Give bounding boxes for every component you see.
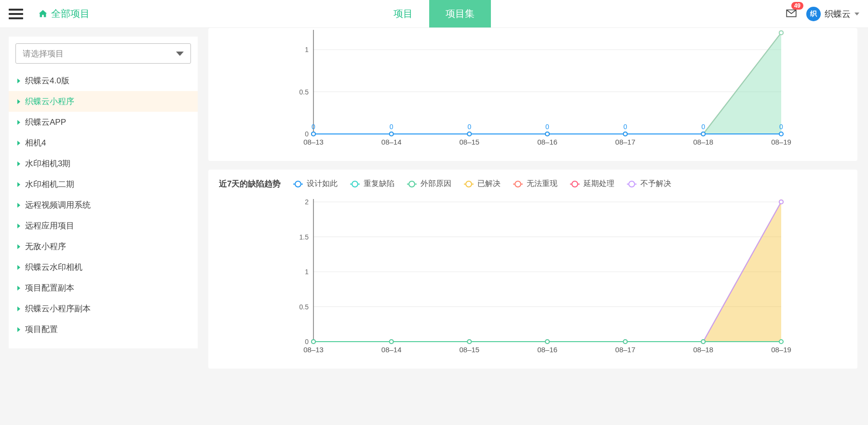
sidebar-item-8[interactable]: 无敌小程序 xyxy=(9,236,198,257)
svg-text:08–15: 08–15 xyxy=(459,138,479,146)
svg-point-27 xyxy=(545,132,549,136)
svg-text:08–18: 08–18 xyxy=(693,138,713,146)
home-link[interactable]: 全部项目 xyxy=(38,7,90,20)
svg-point-20 xyxy=(779,31,783,35)
chart-legend: 设计如此重复缺陷外部原因已解决无法重现延期处理不予解决 xyxy=(293,179,671,189)
tab-collection[interactable]: 项目集 xyxy=(429,0,491,27)
svg-point-66 xyxy=(779,200,783,204)
sidebar-item-3[interactable]: 相机4 xyxy=(9,133,198,153)
sidebar-item-1[interactable]: 织蝶云小程序 xyxy=(9,91,198,112)
chart-top: 00.51000000008–1308–1408–1508–1608–1708–… xyxy=(219,28,847,148)
svg-point-33 xyxy=(779,132,783,136)
sidebar-item-2[interactable]: 织蝶云APP xyxy=(9,112,198,133)
svg-text:0: 0 xyxy=(312,123,315,131)
svg-text:0.5: 0.5 xyxy=(299,88,309,96)
svg-text:1.5: 1.5 xyxy=(299,233,309,241)
legend-item[interactable]: 不予解决 xyxy=(627,179,671,189)
legend-label: 不予解决 xyxy=(640,179,671,189)
sidebar-item-label: 水印相机3期 xyxy=(25,158,70,169)
sidebar-item-10[interactable]: 项目配置副本 xyxy=(9,278,198,298)
legend-marker-icon xyxy=(464,181,474,187)
legend-marker-icon xyxy=(293,181,303,187)
sidebar-item-6[interactable]: 远程视频调用系统 xyxy=(9,195,198,215)
svg-text:0: 0 xyxy=(701,123,705,131)
sidebar-item-label: 水印相机二期 xyxy=(25,179,74,190)
svg-text:08–19: 08–19 xyxy=(771,345,791,354)
home-icon xyxy=(38,9,48,19)
svg-text:1: 1 xyxy=(305,46,309,53)
legend-label: 外部原因 xyxy=(420,179,451,189)
caret-right-icon xyxy=(17,327,20,332)
avatar: 织 xyxy=(806,7,821,21)
legend-item[interactable]: 外部原因 xyxy=(407,179,451,189)
layout: 请选择项目 织蝶云4.0版织蝶云小程序织蝶云APP相机4水印相机3期水印相机二期… xyxy=(0,28,868,379)
svg-point-73 xyxy=(779,340,783,344)
svg-text:0: 0 xyxy=(305,338,309,345)
sidebar-item-label: 远程视频调用系统 xyxy=(25,199,91,211)
notifications-button[interactable]: 49 xyxy=(785,7,798,21)
sidebar-item-7[interactable]: 远程应用项目 xyxy=(9,215,198,236)
caret-right-icon xyxy=(17,79,20,83)
sidebar-item-4[interactable]: 水印相机3期 xyxy=(9,153,198,174)
svg-text:08–17: 08–17 xyxy=(615,138,636,146)
svg-point-68 xyxy=(390,340,393,344)
legend-marker-icon xyxy=(513,181,523,187)
caret-right-icon xyxy=(17,286,20,291)
sidebar-item-label: 远程应用项目 xyxy=(25,220,74,231)
svg-text:0: 0 xyxy=(305,130,309,138)
sidebar-item-label: 相机4 xyxy=(25,137,46,148)
project-select-placeholder: 请选择项目 xyxy=(23,48,64,59)
caret-right-icon xyxy=(17,182,20,187)
svg-point-29 xyxy=(624,132,627,136)
sidebar-item-12[interactable]: 项目配置 xyxy=(9,319,198,340)
legend-label: 重复缺陷 xyxy=(364,179,394,189)
svg-text:08–18: 08–18 xyxy=(693,345,713,354)
home-label: 全部项目 xyxy=(51,7,90,20)
svg-point-71 xyxy=(624,340,627,344)
notification-badge: 49 xyxy=(791,2,803,10)
username: 织蝶云 xyxy=(825,8,851,20)
svg-text:2: 2 xyxy=(305,198,309,206)
svg-text:08–15: 08–15 xyxy=(459,345,479,354)
svg-text:0: 0 xyxy=(467,123,471,131)
sidebar-item-9[interactable]: 织蝶云水印相机 xyxy=(9,257,198,278)
user-menu[interactable]: 织 织蝶云 xyxy=(806,7,859,21)
chart-title: 近7天的缺陷趋势 xyxy=(219,178,281,189)
svg-text:08–14: 08–14 xyxy=(381,138,402,146)
svg-text:08–16: 08–16 xyxy=(537,138,557,146)
sidebar-item-11[interactable]: 织蝶云小程序副本 xyxy=(9,298,198,319)
sidebar-item-label: 织蝶云小程序 xyxy=(25,96,74,107)
svg-text:08–13: 08–13 xyxy=(303,138,324,146)
legend-item[interactable]: 已解决 xyxy=(464,179,501,189)
svg-text:0: 0 xyxy=(545,123,549,131)
caret-right-icon xyxy=(17,120,20,125)
tab-project[interactable]: 项目 xyxy=(377,0,429,27)
legend-label: 延期处理 xyxy=(583,179,614,189)
chevron-down-icon xyxy=(854,13,859,15)
topbar-right: 49 织 织蝶云 xyxy=(785,7,868,21)
main: 00.51000000008–1308–1408–1508–1608–1708–… xyxy=(198,28,868,379)
legend-item[interactable]: 重复缺陷 xyxy=(350,179,394,189)
svg-text:08–14: 08–14 xyxy=(381,345,402,354)
sidebar-item-label: 织蝶云4.0版 xyxy=(25,75,69,86)
svg-point-70 xyxy=(545,340,549,344)
svg-text:0: 0 xyxy=(390,123,393,131)
tabs: 项目 项目集 xyxy=(377,0,491,27)
legend-item[interactable]: 无法重现 xyxy=(513,179,557,189)
legend-label: 设计如此 xyxy=(307,179,338,189)
project-select[interactable]: 请选择项目 xyxy=(15,43,191,64)
legend-item[interactable]: 设计如此 xyxy=(293,179,338,189)
sidebar-item-5[interactable]: 水印相机二期 xyxy=(9,174,198,195)
chart-defects: 00.511.5208–1308–1408–1508–1608–1708–180… xyxy=(219,197,847,356)
caret-right-icon xyxy=(17,99,20,104)
svg-point-67 xyxy=(312,340,315,344)
chevron-down-icon xyxy=(176,52,184,56)
caret-right-icon xyxy=(17,203,20,208)
svg-text:0.5: 0.5 xyxy=(299,303,309,311)
legend-item[interactable]: 延期处理 xyxy=(570,179,614,189)
sidebar-item-0[interactable]: 织蝶云4.0版 xyxy=(9,70,198,91)
menu-icon[interactable] xyxy=(9,7,23,21)
svg-point-21 xyxy=(312,132,315,136)
project-list: 织蝶云4.0版织蝶云小程序织蝶云APP相机4水印相机3期水印相机二期远程视频调用… xyxy=(9,70,198,340)
sidebar-item-label: 项目配置 xyxy=(25,324,58,335)
